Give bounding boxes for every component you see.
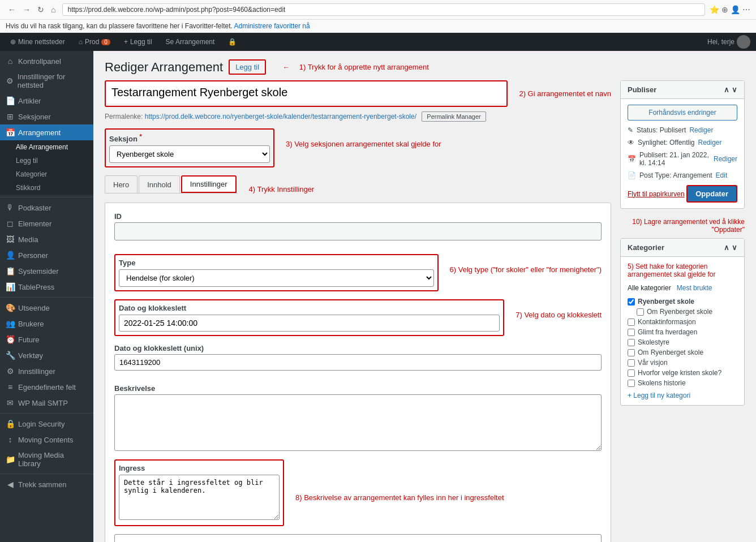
permalink-url[interactable]: https://prod.delk.webcore.no/ryenberget-… xyxy=(145,113,416,121)
sidebar-item-wp-mail-smtp[interactable]: ✉ WP Mail SMTP xyxy=(0,395,93,411)
cat-tab-most-used[interactable]: Mest brukte xyxy=(677,283,712,293)
dato-unix-input[interactable] xyxy=(114,354,602,371)
moving-media-icon: 📁 xyxy=(6,455,15,464)
tablepress-icon: 📊 xyxy=(6,282,15,291)
dato-unix-label: Dato og klokkeslett (unix) xyxy=(114,344,602,352)
admin-bar-legg-til[interactable]: + Legg til xyxy=(119,33,157,51)
sidebar-item-verktoy[interactable]: 🔧 Verktøy xyxy=(0,347,93,363)
cat-checkbox-hvorfor[interactable] xyxy=(628,369,635,377)
add-category-link[interactable]: + Legg til ny kategori xyxy=(628,392,737,399)
sidebar-item-stikkord[interactable]: Stikkord xyxy=(0,181,93,195)
cat-checkbox-om-ryenberget[interactable] xyxy=(637,308,644,316)
home-button[interactable]: ⌂ xyxy=(49,4,58,15)
cat-tab-all[interactable]: Alle kategorier xyxy=(628,283,671,293)
sidebar-item-artikler[interactable]: 📄 Artikler xyxy=(0,93,93,109)
type-label: Type xyxy=(119,259,434,267)
permalink-manager-btn[interactable]: Permalink Manager xyxy=(422,111,486,122)
media-label: Media xyxy=(18,235,38,244)
beskrivelse-textarea[interactable] xyxy=(114,394,602,451)
podkaster-label: Podkaster xyxy=(18,204,51,212)
admin-bar-lock[interactable]: 🔒 xyxy=(224,33,241,51)
cat-checkbox-skolens-historie[interactable] xyxy=(628,380,635,387)
annotation-2-text: 2) Gi arrangementet et navn xyxy=(519,89,611,98)
cat-checkbox-om2[interactable] xyxy=(628,349,635,356)
sidebar-item-personer[interactable]: 👤 Personer xyxy=(0,247,93,263)
publish-box-header: Publiser ∧ ∨ xyxy=(621,81,744,99)
ingress-textarea[interactable]: Dette står i ingressfeltet og blir synli… xyxy=(119,475,280,520)
sidebar-item-kontrollpanel[interactable]: ⌂ Kontrollpanel xyxy=(0,53,93,69)
title-row: 2) Gi arrangementet et navn xyxy=(105,80,611,107)
favorites-link[interactable]: Administrere favoritter nå xyxy=(234,22,310,30)
publish-title: Publiser xyxy=(628,85,656,94)
sidebar-item-trekk-sammen[interactable]: ◀ Trekk sammen xyxy=(0,476,93,492)
forward-button[interactable]: → xyxy=(20,4,33,15)
sidebar-item-legg-til[interactable]: Legg til xyxy=(0,154,93,167)
sidebar-item-kategorier[interactable]: Kategorier xyxy=(0,167,93,181)
id-input[interactable] xyxy=(114,222,602,240)
cat-label-hvorfor: Hvorfor velge kristen skole? xyxy=(638,369,721,377)
status-edit-link[interactable]: Rediger xyxy=(689,126,713,134)
media-icon: 🖼 xyxy=(6,235,15,244)
sidebar-item-arrangement[interactable]: 📅 Arrangement xyxy=(0,124,93,140)
kategorier-label: Kategorier xyxy=(16,170,47,178)
legg-til-sub-label: Legg til xyxy=(16,157,38,165)
sidebar-item-egendefinerte[interactable]: ≡ Egendefinerte felt xyxy=(0,379,93,395)
admin-bar-prod[interactable]: ⌂ Prod 0 xyxy=(74,33,115,51)
sidebar-item-future[interactable]: ⏰ Future xyxy=(0,332,93,347)
sidebar-item-login-security[interactable]: 🔒 Login Security xyxy=(0,416,93,432)
cat-checkbox-skolestyre[interactable] xyxy=(628,339,635,346)
wp-sidebar: ⌂ Kontrollpanel ⚙ Innstillinger for nett… xyxy=(0,51,93,542)
cat-item-om-ryenberget: Om Ryenberget skole xyxy=(637,308,737,316)
se-arrangement-label: Se Arrangement xyxy=(166,38,215,46)
preview-button[interactable]: Forhåndsvis endringer xyxy=(628,105,737,121)
ingress-large-row xyxy=(114,534,602,542)
sidebar-item-innstillinger2[interactable]: ⚙ Innstillinger xyxy=(0,363,93,379)
url-bar[interactable] xyxy=(62,3,705,16)
sidebar-item-brukere[interactable]: 👥 Brukere xyxy=(0,316,93,332)
browser-nav[interactable]: ← → ↻ ⌂ xyxy=(6,4,58,15)
update-button[interactable]: Oppdater xyxy=(686,185,737,203)
add-arrangement-button[interactable]: Legg til xyxy=(229,59,266,75)
cat-item-hvorfor: Hvorfor velge kristen skole? xyxy=(628,369,737,377)
utseende-label: Utseende xyxy=(18,304,50,312)
tab-innhold[interactable]: Innhold xyxy=(139,175,180,193)
sidebar-item-moving-contents[interactable]: ↕ Moving Contents xyxy=(0,432,93,448)
dashboard-icon: ⌂ xyxy=(6,57,15,66)
admin-bar-se-arrangement[interactable]: Se Arrangement xyxy=(161,33,220,51)
sidebar-label-artikler: Artikler xyxy=(18,97,41,105)
sidebar-item-seksjoner[interactable]: ⊞ Seksjoner xyxy=(0,109,93,124)
sidebar-item-moving-media-library[interactable]: 📁 Moving Media Library xyxy=(0,448,93,471)
trash-link[interactable]: Flytt til papirkurven xyxy=(628,190,685,198)
sidebar-item-tablepress[interactable]: 📊 TablePress xyxy=(0,279,93,295)
tab-nav: Hero Innhold Innstillinger xyxy=(105,175,238,203)
cat-checkbox-glimt[interactable] xyxy=(628,329,635,336)
sidebar-item-innstillinger-nettsted[interactable]: ⚙ Innstillinger for nettsted xyxy=(0,69,93,93)
dato-highlight: Dato og klokkeslett xyxy=(114,299,504,336)
section-row: Seksjon * Ryenberget skole 3) Velg seksj… xyxy=(105,128,611,167)
cat-checkbox-kontakt[interactable] xyxy=(628,319,635,326)
sidebar-item-systemsider[interactable]: 📋 Systemsider xyxy=(0,263,93,279)
sidebar-item-elementer[interactable]: ◻ Elementer xyxy=(0,216,93,231)
cat-checkbox-var-visjon[interactable] xyxy=(628,359,635,367)
refresh-button[interactable]: ↻ xyxy=(35,4,46,15)
tab-hero[interactable]: Hero xyxy=(105,175,138,193)
type-select[interactable]: Hendelse (for skoler)Hendelse (for menig… xyxy=(119,269,434,287)
sidebar-item-alle-arrangement[interactable]: Alle Arrangement xyxy=(0,140,93,154)
back-button[interactable]: ← xyxy=(6,4,18,15)
tab-innstillinger[interactable]: Innstillinger xyxy=(181,175,237,193)
sidebar-label-seksjoner: Seksjoner xyxy=(18,113,51,121)
admin-bar-sites[interactable]: ⊕ Mine nettsteder xyxy=(6,33,70,51)
post-title-input[interactable] xyxy=(106,81,506,104)
visibility-edit-link[interactable]: Rediger xyxy=(698,139,722,147)
alle-arrangement-label: Alle Arrangement xyxy=(16,143,68,151)
section-select[interactable]: Ryenberget skole xyxy=(109,145,270,163)
cat-checkbox-ryenberget[interactable] xyxy=(628,298,635,306)
sidebar-item-media[interactable]: 🖼 Media xyxy=(0,231,93,247)
sidebar-item-utseende[interactable]: 🎨 Utseende xyxy=(0,300,93,316)
sidebar-item-podkaster[interactable]: 🎙 Podkaster xyxy=(0,200,93,216)
ingress-large-textarea[interactable] xyxy=(114,534,602,542)
post-type-edit-link[interactable]: Edit xyxy=(716,171,728,179)
published-edit-link[interactable]: Rediger xyxy=(714,155,737,163)
dato-input[interactable] xyxy=(119,315,500,332)
status-text: Status: Publisert xyxy=(637,126,686,134)
